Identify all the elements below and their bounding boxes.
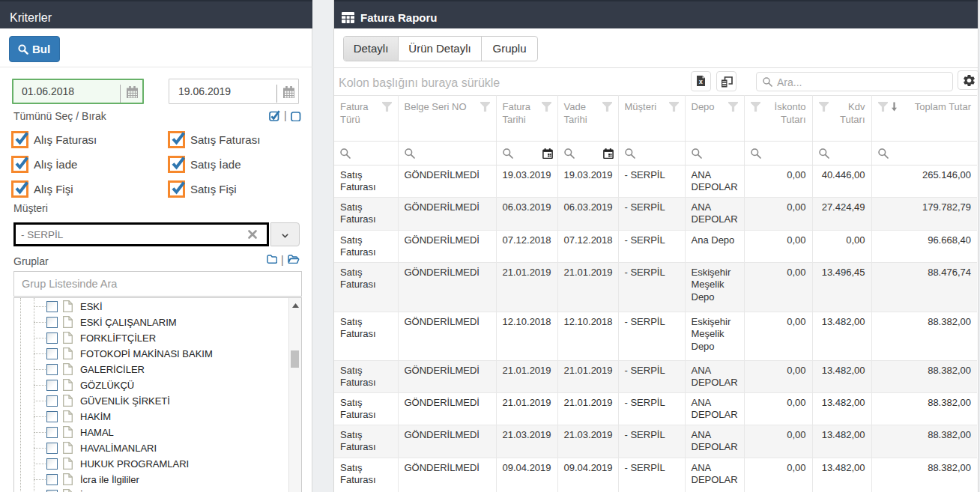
svg-text:x: x xyxy=(699,78,703,85)
